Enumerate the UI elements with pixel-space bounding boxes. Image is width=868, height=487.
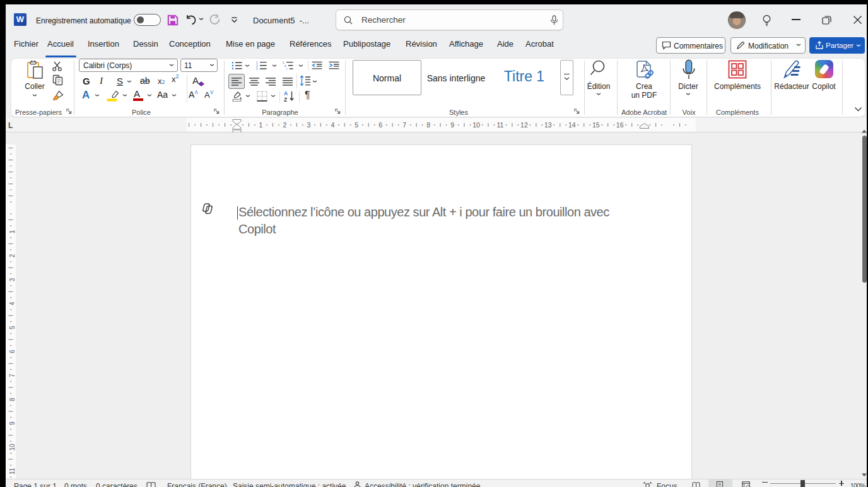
svg-text:3: 3 bbox=[307, 121, 310, 129]
svg-text:6: 6 bbox=[9, 349, 16, 353]
svg-text:11: 11 bbox=[496, 121, 503, 129]
svg-text:5: 5 bbox=[9, 326, 16, 329]
svg-text:15: 15 bbox=[592, 121, 600, 129]
svg-text:7: 7 bbox=[402, 121, 406, 129]
svg-text:2: 2 bbox=[283, 121, 286, 129]
svg-text:A: A bbox=[284, 90, 288, 97]
svg-text:4: 4 bbox=[331, 121, 334, 129]
svg-text:12: 12 bbox=[520, 121, 528, 129]
svg-text:14: 14 bbox=[568, 121, 576, 129]
svg-text:7: 7 bbox=[9, 373, 16, 377]
svg-text:8: 8 bbox=[426, 121, 430, 129]
svg-text:13: 13 bbox=[544, 121, 552, 129]
svg-text:i: i bbox=[286, 67, 287, 70]
svg-text:5: 5 bbox=[355, 121, 358, 129]
svg-text:4: 4 bbox=[9, 302, 16, 305]
svg-text:1: 1 bbox=[9, 230, 16, 233]
svg-text:11: 11 bbox=[9, 467, 16, 474]
svg-text:10: 10 bbox=[9, 443, 16, 451]
svg-text:Z: Z bbox=[284, 97, 287, 102]
svg-text:2: 2 bbox=[9, 254, 16, 257]
svg-text:3: 3 bbox=[9, 278, 16, 281]
svg-text:6: 6 bbox=[378, 121, 382, 129]
svg-text:1: 1 bbox=[259, 121, 263, 129]
svg-text:10: 10 bbox=[472, 121, 480, 129]
svg-text:3: 3 bbox=[256, 67, 258, 70]
svg-text:9: 9 bbox=[450, 121, 454, 129]
svg-text:16: 16 bbox=[616, 121, 624, 129]
svg-text:8: 8 bbox=[9, 397, 16, 401]
svg-text:9: 9 bbox=[9, 421, 16, 425]
